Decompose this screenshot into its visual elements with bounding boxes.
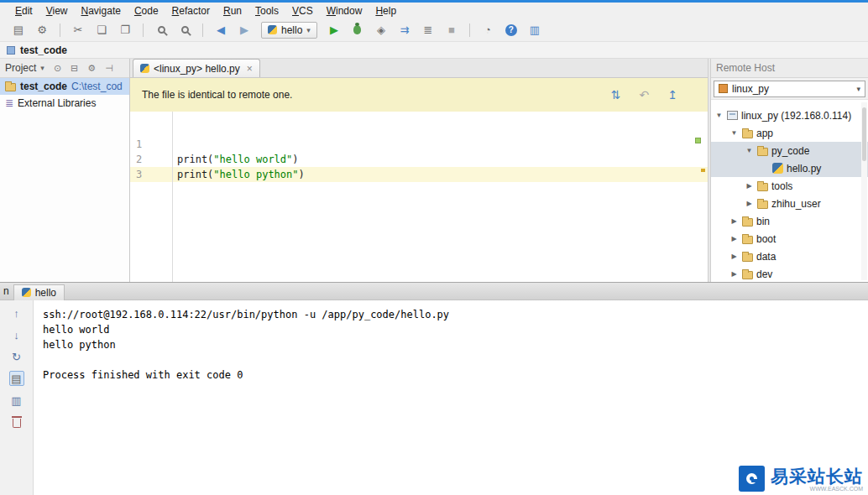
watermark-logo-icon [739,466,765,492]
code-line[interactable]: 2 print("hello world") [130,152,708,167]
project-panel-title[interactable]: Project [5,62,36,74]
tree-item[interactable]: ▶ bin [711,212,868,230]
menu-help[interactable]: Help [369,3,403,18]
concurrency-icon[interactable]: ⇉ [395,22,414,39]
inspections-status-icon[interactable] [695,138,701,143]
code-line[interactable]: 1 [130,137,708,152]
chevron-right-icon[interactable]: ▶ [729,235,739,242]
chevron-down-icon[interactable]: ▼ [714,112,724,119]
stop-icon[interactable]: ■ [442,22,461,39]
run-config-select[interactable]: hello ▾ [261,22,317,39]
server-select[interactable]: linux_py ▾ [714,81,865,97]
zoom-in-icon[interactable] [175,22,194,39]
forward-icon[interactable]: ▶ [235,22,254,39]
host-icon [727,111,738,120]
clear-all-icon[interactable] [9,414,24,430]
revert-icon[interactable]: ↶ [640,88,650,102]
tree-item-label: tools [771,180,792,192]
close-icon[interactable]: × [247,63,253,75]
menu-run[interactable]: Run [217,3,248,18]
hide-panel-icon[interactable]: ⊣ [105,63,113,74]
chevron-right-icon[interactable]: ▶ [745,200,754,207]
tree-item-selected[interactable]: hello.py [711,159,868,177]
external-libraries-item[interactable]: ≣ External Libraries [0,95,129,112]
terminal-icon[interactable]: ▥ [526,22,544,39]
line-number: 3 [130,167,172,182]
copy-icon[interactable]: ❏ [92,22,111,39]
up-icon[interactable]: ↑ [9,305,24,320]
toolbar-separator [202,23,203,37]
tree-item-label: zhihu_user [771,198,821,210]
gutter-separator [172,112,173,282]
restore-layout-icon[interactable]: ≣ [419,22,437,39]
back-icon[interactable]: ◀ [212,22,230,39]
folder-icon [5,83,16,91]
upload-to-remote-icon[interactable]: ↥ [667,88,677,102]
breadcrumb[interactable]: test_code [20,44,67,56]
banner-message: The file is identical to remote one. [142,89,292,101]
menu-vcs[interactable]: VCS [285,3,320,18]
chevron-down-icon[interactable]: ▾ [40,64,44,72]
zoom-out-icon[interactable] [152,22,170,39]
menu-tools[interactable]: Tools [248,3,285,18]
editor-tab-title: <linux_py> hello.py [154,63,240,75]
rerun-icon[interactable]: ↻ [9,349,24,364]
code-line-active[interactable]: 3 print("hello python") [130,167,708,182]
chevron-right-icon[interactable]: ▶ [729,217,739,225]
run-config-label: hello [281,24,302,36]
gear-icon[interactable]: ⚙ [87,63,96,74]
save-all-icon[interactable]: ▤ [9,22,28,39]
console-line: Process finished with exit code 0 [43,367,868,383]
chevron-down-icon[interactable]: ▼ [745,147,754,154]
menu-edit[interactable]: Edit [8,3,39,18]
remote-host-title: Remote Host [716,62,775,74]
watermark-text: 易采站长站 [771,466,863,486]
folder-icon [742,236,753,244]
tree-item[interactable]: ▶ zhihu_user [711,195,868,212]
menu-window[interactable]: Window [320,3,369,18]
tree-item[interactable]: ▼ app [711,124,868,142]
python-file-icon [772,163,783,174]
tree-item[interactable]: ▼ py_code [711,142,868,159]
settings-icon[interactable]: ⚙ [33,22,51,39]
down-icon[interactable]: ↓ [9,327,24,342]
tree-item-label: boot [756,233,776,245]
menu-code[interactable]: Code [128,3,165,18]
cut-icon[interactable]: ✂ [69,22,87,39]
compare-with-remote-icon[interactable]: ⇅ [611,88,621,102]
code-editor[interactable]: 1 2 print("hello world") 3 print("hello … [130,112,708,282]
editor-area: <linux_py> hello.py × The file is identi… [130,59,708,282]
tree-item-label: linux_py (192.168.0.114) [741,110,851,122]
tree-item[interactable]: ▶ dev [711,265,868,282]
help-icon[interactable]: ? [502,22,520,39]
menu-refactor[interactable]: Refactor [165,3,217,18]
toolbar-separator [469,23,470,37]
collapse-all-icon[interactable]: ⊟ [71,63,78,74]
project-root-item[interactable]: test_code C:\test_cod [0,78,129,95]
tree-item-root[interactable]: ▼ linux_py (192.168.0.114) [711,107,868,124]
console-settings-icon[interactable]: ▥ [9,393,24,408]
chevron-down-icon[interactable]: ▼ [729,129,739,137]
chevron-down-icon: ▾ [856,85,860,93]
paste-icon[interactable]: ❐ [116,22,134,39]
locate-file-icon[interactable]: ⊙ [54,63,61,74]
menu-navigate[interactable]: Navigate [75,3,128,18]
debug-icon[interactable] [348,22,367,39]
profiler-icon[interactable]: ◔ [478,22,497,39]
menu-view[interactable]: View [39,3,75,18]
pin-icon[interactable]: ▤ [9,371,24,386]
chevron-right-icon[interactable]: ▶ [729,270,739,278]
run-button[interactable]: ▶ [325,22,343,39]
chevron-right-icon[interactable]: ▶ [729,253,739,260]
server-select-value: linux_py [732,83,769,95]
coverage-icon[interactable]: ◈ [372,22,390,39]
run-tab-hello[interactable]: hello [13,284,65,300]
tree-item[interactable]: ▶ boot [711,230,868,248]
tree-item[interactable]: ▶ data [711,248,868,265]
editor-tab[interactable]: <linux_py> hello.py × [133,59,260,77]
tree-item[interactable]: ▶ tools [711,177,868,195]
scrollbar-track[interactable] [861,102,867,280]
run-tool-window: n hello ↑ ↓ ↻ ▤ ▥ ssh://root@192.168.0.1… [0,282,868,495]
scrollbar-thumb[interactable] [862,107,866,161]
chevron-right-icon[interactable]: ▶ [745,182,754,190]
